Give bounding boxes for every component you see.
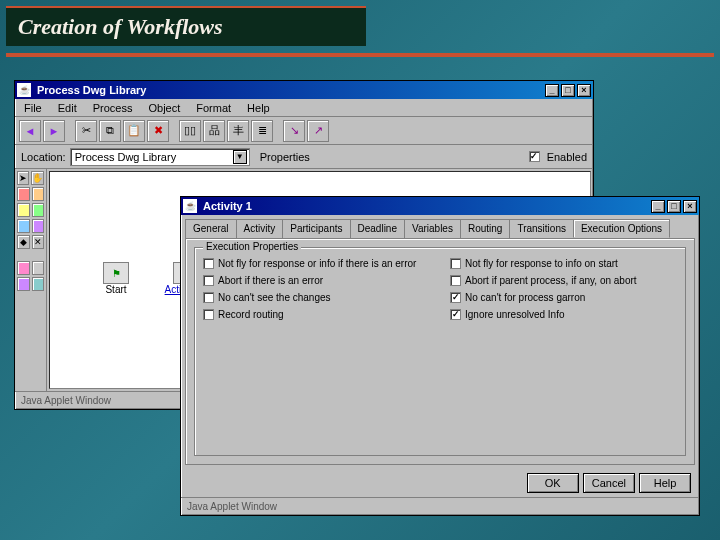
slide-title-box: Creation of Workflows (6, 6, 366, 46)
palette-box4-icon[interactable] (32, 203, 45, 217)
align-2-button[interactable]: 品 (203, 120, 225, 142)
palette-box6-icon[interactable] (32, 219, 45, 233)
check-row-1[interactable]: Not fly for response or info if there is… (203, 258, 430, 269)
paste-button[interactable]: 📋 (123, 120, 145, 142)
delete-button[interactable]: ✖ (147, 120, 169, 142)
menu-edit[interactable]: Edit (55, 101, 80, 115)
tab-panel: Execution Properties Not fly for respons… (185, 238, 695, 465)
tool-palette: ➤✋ ◆✕ (15, 169, 47, 391)
close-button[interactable]: × (577, 84, 591, 97)
check-row-8[interactable]: ✓Ignore unresolved Info (450, 309, 677, 320)
palette-line4-icon[interactable] (32, 277, 45, 291)
execution-properties-group: Execution Properties Not fly for respons… (194, 247, 686, 456)
enabled-label: Enabled (547, 151, 587, 163)
maximize-button[interactable]: □ (561, 84, 575, 97)
location-combo[interactable]: Process Dwg Library ▼ (70, 148, 250, 166)
checkbox[interactable]: ✓ (450, 309, 461, 320)
location-row: Location: Process Dwg Library ▼ Properti… (15, 145, 593, 169)
chevron-down-icon[interactable]: ▼ (233, 150, 247, 164)
minimize-button[interactable]: _ (651, 200, 665, 213)
check-row-5[interactable]: No can't see the changes (203, 292, 430, 303)
maximize-button[interactable]: □ (667, 200, 681, 213)
palette-line3-icon[interactable] (17, 277, 30, 291)
palette-box5-icon[interactable] (17, 219, 30, 233)
palette-cross-icon[interactable]: ✕ (32, 235, 45, 249)
tab-strip: General Activity Participants Deadline V… (181, 215, 699, 238)
flag-icon: ⚑ (103, 262, 129, 284)
checkbox[interactable] (203, 258, 214, 269)
menu-file[interactable]: File (21, 101, 45, 115)
cancel-button[interactable]: Cancel (583, 473, 635, 493)
enabled-checkbox[interactable]: ✓ (529, 151, 540, 162)
ok-button[interactable]: OK (527, 473, 579, 493)
menu-format[interactable]: Format (193, 101, 234, 115)
check-row-3[interactable]: Abort if there is an error (203, 275, 430, 286)
menu-help[interactable]: Help (244, 101, 273, 115)
checkbox[interactable] (203, 292, 214, 303)
arrow-down-button[interactable]: ↘ (283, 120, 305, 142)
checkbox[interactable] (450, 258, 461, 269)
palette-line2-icon[interactable] (32, 261, 45, 275)
activity-dialog: ☕ Activity 1 _ □ × General Activity Part… (180, 196, 700, 516)
nav-fwd-button[interactable]: ► (43, 120, 65, 142)
start-node[interactable]: ⚑ Start (90, 262, 142, 295)
tab-variables[interactable]: Variables (404, 219, 461, 238)
check-row-6[interactable]: ✓No can't for process garron (450, 292, 677, 303)
checkbox[interactable] (203, 275, 214, 286)
tab-activity[interactable]: Activity (236, 219, 284, 238)
dialog-button-row: OK Cancel Help (181, 469, 699, 497)
tab-execution-options[interactable]: Execution Options (573, 219, 670, 238)
checkbox[interactable] (450, 275, 461, 286)
align-3-button[interactable]: 丰 (227, 120, 249, 142)
group-legend: Execution Properties (203, 241, 301, 252)
titlebar[interactable]: ☕ Process Dwg Library _ □ × (15, 81, 593, 99)
align-1-button[interactable]: ▯▯ (179, 120, 201, 142)
palette-pointer-icon[interactable]: ➤ (17, 171, 29, 185)
menubar: File Edit Process Object Format Help (15, 99, 593, 117)
location-value: Process Dwg Library (75, 151, 176, 163)
palette-box3-icon[interactable] (17, 203, 30, 217)
palette-hand-icon[interactable]: ✋ (31, 171, 44, 185)
titlebar[interactable]: ☕ Activity 1 _ □ × (181, 197, 699, 215)
align-4-button[interactable]: ≣ (251, 120, 273, 142)
tab-deadline[interactable]: Deadline (350, 219, 405, 238)
slide-underline (6, 53, 714, 57)
status-bar: Java Applet Window (181, 497, 699, 515)
tab-transitions[interactable]: Transitions (509, 219, 574, 238)
checkbox[interactable]: ✓ (450, 292, 461, 303)
palette-box2-icon[interactable] (32, 187, 45, 201)
window-title: Process Dwg Library (35, 84, 541, 96)
copy-button[interactable]: ⧉ (99, 120, 121, 142)
status-text: Java Applet Window (21, 395, 111, 406)
palette-line1-icon[interactable] (17, 261, 30, 275)
minimize-button[interactable]: _ (545, 84, 559, 97)
checkbox[interactable] (203, 309, 214, 320)
status-text: Java Applet Window (187, 501, 277, 512)
cut-button[interactable]: ✂ (75, 120, 97, 142)
tab-participants[interactable]: Participants (282, 219, 350, 238)
palette-diamond-icon[interactable]: ◆ (17, 235, 30, 249)
close-button[interactable]: × (683, 200, 697, 213)
window-title: Activity 1 (201, 200, 647, 212)
check-row-4[interactable]: Abort if parent process, if any, on abor… (450, 275, 677, 286)
tab-routing[interactable]: Routing (460, 219, 510, 238)
palette-box1-icon[interactable] (17, 187, 30, 201)
java-cup-icon: ☕ (17, 83, 31, 97)
check-row-7[interactable]: Record routing (203, 309, 430, 320)
tab-general[interactable]: General (185, 219, 237, 238)
help-button[interactable]: Help (639, 473, 691, 493)
java-cup-icon: ☕ (183, 199, 197, 213)
nav-back-button[interactable]: ◄ (19, 120, 41, 142)
properties-label[interactable]: Properties (260, 151, 310, 163)
arrow-up-button[interactable]: ↗ (307, 120, 329, 142)
toolbar: ◄ ► ✂ ⧉ 📋 ✖ ▯▯ 品 丰 ≣ ↘ ↗ (15, 117, 593, 145)
slide-title: Creation of Workflows (18, 14, 223, 40)
menu-process[interactable]: Process (90, 101, 136, 115)
location-label: Location: (21, 151, 66, 163)
check-row-2[interactable]: Not fly for response to info on start (450, 258, 677, 269)
start-node-label: Start (105, 284, 126, 295)
menu-object[interactable]: Object (145, 101, 183, 115)
